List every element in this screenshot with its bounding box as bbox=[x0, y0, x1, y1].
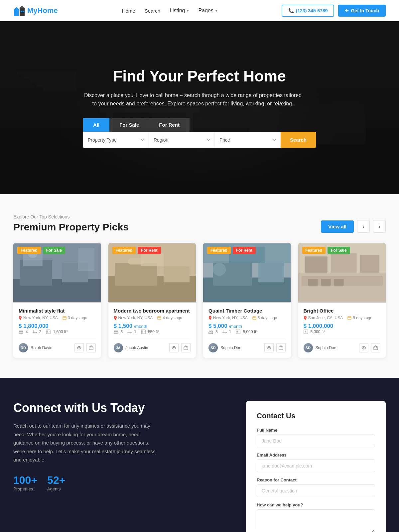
svg-rect-4 bbox=[21, 11, 22, 12]
spec-area: 1,600 ft² bbox=[46, 330, 67, 334]
contact-form-title: Contact Us bbox=[257, 412, 375, 420]
stat-agents-num: 52+ bbox=[47, 474, 65, 486]
form-input-name[interactable] bbox=[257, 435, 375, 447]
nav-listing[interactable]: Listing ▾ bbox=[170, 8, 189, 14]
svg-rect-5 bbox=[23, 11, 24, 12]
svg-line-57 bbox=[128, 333, 128, 334]
card-actions bbox=[359, 343, 380, 352]
search-button[interactable]: Search bbox=[281, 132, 316, 148]
card-badges: FeaturedFor Sale bbox=[17, 247, 65, 254]
svg-rect-90 bbox=[308, 279, 318, 286]
logo[interactable]: MyHome bbox=[13, 5, 58, 17]
hero-content: Find Your Perfect Home Discover a place … bbox=[83, 67, 316, 148]
svg-line-36 bbox=[33, 333, 33, 334]
spec-beds: 3 bbox=[208, 330, 218, 334]
card-date: 4 days ago bbox=[157, 316, 182, 320]
nav-pages[interactable]: Pages ▾ bbox=[198, 8, 217, 14]
share-icon bbox=[373, 345, 378, 350]
prev-arrow-button[interactable]: ‹ bbox=[357, 220, 370, 233]
section-heading: Explore Our Top Selections Premium Prope… bbox=[13, 214, 129, 233]
svg-rect-75 bbox=[209, 331, 210, 332]
contact-left: Connect with Us Today Reach out to our t… bbox=[13, 401, 156, 491]
svg-rect-76 bbox=[211, 331, 212, 332]
card-badges: FeaturedFor Rent bbox=[112, 247, 161, 254]
svg-point-93 bbox=[305, 317, 306, 318]
card-price: $ 1,500 /month bbox=[114, 323, 147, 329]
location-pin-icon bbox=[208, 316, 212, 320]
tab-for-sale[interactable]: For Sale bbox=[109, 118, 149, 132]
card-specs: 421,600 ft² bbox=[19, 330, 96, 334]
svg-point-82 bbox=[268, 347, 269, 348]
badge-featured: Featured bbox=[207, 247, 231, 254]
spec-beds: 3 bbox=[114, 330, 123, 334]
eye-icon bbox=[361, 346, 366, 349]
nav-search[interactable]: Search bbox=[145, 8, 161, 14]
card-price: $ 1,800,000 bbox=[19, 323, 49, 329]
svg-rect-38 bbox=[46, 330, 50, 334]
form-label-message: How can we help you? bbox=[257, 502, 375, 507]
card-date: 5 days ago bbox=[252, 316, 277, 320]
agent-info: SD Sophia Doe bbox=[304, 343, 336, 352]
stat-agents-label: Agents bbox=[47, 486, 65, 491]
spec-beds: 4 bbox=[19, 330, 28, 334]
form-input-reason[interactable] bbox=[257, 484, 375, 497]
agent-name: Sophia Doe bbox=[316, 345, 336, 350]
card-view-button[interactable] bbox=[264, 343, 274, 352]
eye-icon bbox=[77, 346, 81, 349]
contact-title: Connect with Us Today bbox=[13, 401, 156, 415]
calendar-icon bbox=[63, 316, 66, 320]
card-view-button[interactable] bbox=[74, 343, 84, 352]
svg-rect-87 bbox=[331, 253, 356, 273]
card-footer: RD Ralph Davin bbox=[19, 339, 96, 352]
svg-rect-81 bbox=[236, 330, 240, 334]
share-icon bbox=[89, 345, 93, 350]
card-actions bbox=[74, 343, 96, 352]
agent-info: JA Jacob Austin bbox=[114, 343, 148, 352]
svg-point-47 bbox=[115, 317, 116, 318]
location-pin-icon bbox=[304, 316, 307, 320]
form-input-email[interactable] bbox=[257, 460, 375, 472]
card-meta: New York, NY, USA 5 days ago bbox=[208, 316, 286, 320]
hero-subtitle: Discover a place you'll love to call hom… bbox=[83, 91, 303, 108]
tab-all[interactable]: All bbox=[83, 118, 109, 132]
section-header: Explore Our Top Selections Premium Prope… bbox=[13, 214, 386, 233]
form-input-message[interactable] bbox=[257, 509, 375, 532]
card-share-button[interactable] bbox=[86, 343, 96, 352]
view-all-button[interactable]: View all bbox=[321, 220, 354, 233]
svg-rect-86 bbox=[305, 256, 327, 273]
svg-rect-33 bbox=[21, 331, 23, 332]
card-view-button[interactable] bbox=[359, 343, 368, 352]
card-share-button[interactable] bbox=[371, 343, 380, 352]
section-actions: View all ‹ › bbox=[321, 220, 386, 233]
location-pin-icon bbox=[114, 316, 117, 320]
tab-for-rent[interactable]: For Rent bbox=[149, 118, 190, 132]
price-select[interactable]: Price $500k - $1M $1M - $2M $2M+ bbox=[215, 132, 281, 148]
listing-chevron-icon: ▾ bbox=[187, 9, 189, 13]
card-location: New York, NY, USA bbox=[114, 316, 153, 320]
card-view-button[interactable] bbox=[169, 343, 179, 352]
next-arrow-button[interactable]: › bbox=[373, 220, 386, 233]
svg-point-26 bbox=[20, 317, 21, 318]
send-icon: ✈ bbox=[345, 8, 349, 13]
region-select[interactable]: Region New York San Jose Los Angeles bbox=[149, 132, 215, 148]
property-cards-grid: FeaturedFor Sale Minimalist style flat N… bbox=[13, 243, 386, 358]
phone-button[interactable]: 📞 (123) 345-6789 bbox=[282, 5, 334, 17]
contact-button[interactable]: ✈ Get In Touch bbox=[338, 5, 386, 17]
svg-point-60 bbox=[174, 347, 175, 348]
agent-avatar: SD bbox=[304, 343, 313, 352]
svg-point-68 bbox=[213, 263, 226, 276]
svg-marker-3 bbox=[19, 6, 25, 8]
svg-point-99 bbox=[363, 347, 364, 348]
card-meta: San Jose, CA, USA 5 days ago bbox=[304, 316, 381, 320]
agent-name: Ralph Davin bbox=[31, 345, 52, 350]
card-specs: 315,000 ft² bbox=[208, 330, 286, 334]
svg-marker-1 bbox=[13, 7, 20, 10]
property-type-select[interactable]: Property Type House Apartment Office Cot… bbox=[83, 132, 149, 148]
property-card: FeaturedFor Rent Modern two bedroom apar… bbox=[108, 243, 196, 358]
nav-home[interactable]: Home bbox=[122, 8, 135, 14]
hero-section: Find Your Perfect Home Discover a place … bbox=[0, 21, 399, 194]
svg-rect-40 bbox=[89, 347, 93, 350]
card-share-button[interactable] bbox=[181, 343, 191, 352]
contact-form-card: Contact Us Full Name Email Address Reaso… bbox=[246, 401, 386, 532]
card-share-button[interactable] bbox=[276, 343, 286, 352]
